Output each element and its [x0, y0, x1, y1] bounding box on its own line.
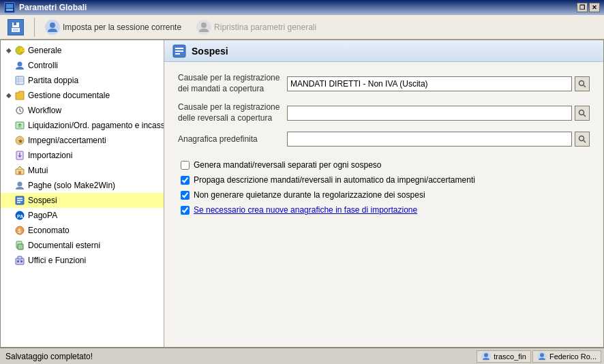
input-anagrafica-predefinita[interactable] — [287, 132, 572, 147]
window-title: Parametri Globali — [19, 3, 87, 12]
svg-line-39 — [584, 85, 586, 87]
sidebar-item-uffici-funzioni[interactable]: Uffici e Funzioni — [1, 253, 164, 268]
sidebar-item-label-paghe: Paghe (solo Make2Win) — [28, 179, 115, 192]
main-layout: ◆ 🔑 Generale Controlli — [0, 40, 604, 348]
sidebar-item-impegni[interactable]: ★ Impegni/accertamenti — [1, 133, 164, 148]
field-causale-reversali: Causale per la registrazionedelle revers… — [178, 102, 590, 123]
right-panel: Sospesi Causale per la registrazionedei … — [164, 40, 603, 347]
generale-icon: 🔑 — [14, 45, 25, 56]
input-wrap-causale-mandati — [287, 76, 590, 91]
svg-text:$: $ — [18, 228, 21, 234]
sidebar-item-label-controlli: Controlli — [28, 59, 58, 72]
sidebar-item-label-liquidazioni: Liquidazioni/Ord. pagamento e incasso — [28, 119, 164, 132]
impegni-icon: ★ — [14, 135, 25, 146]
user-icon — [45, 20, 60, 35]
save-icon — [7, 19, 24, 35]
restore-user-icon — [196, 20, 211, 35]
label-propaga-descrizione[interactable]: Propaga descrizione mandati/reversali in… — [194, 175, 475, 185]
svg-point-45 — [540, 353, 544, 357]
panel-header: Sospesi — [164, 40, 603, 62]
economato-icon: $ — [14, 225, 25, 236]
panel-header-icon — [172, 44, 186, 58]
status-bar: Salvataggio completato! trasco_fin Feder… — [0, 348, 604, 364]
restore-params-button[interactable]: Ripristina parametri generali — [192, 17, 321, 37]
checkbox-se-necessario[interactable] — [181, 206, 190, 215]
sidebar-item-controlli[interactable]: Controlli — [1, 58, 164, 73]
sidebar: ◆ 🔑 Generale Controlli — [1, 40, 164, 347]
close-button[interactable]: ✕ — [589, 3, 600, 12]
sidebar-item-sospesi[interactable]: Sospesi — [1, 193, 164, 208]
label-se-necessario[interactable]: Se necessario crea nuove anagrafiche in … — [194, 205, 417, 215]
svg-text:🔑: 🔑 — [18, 47, 25, 55]
set-session-button[interactable]: Imposta per la sessione corrente — [40, 17, 186, 37]
browse-btn-causale-mandati[interactable] — [575, 76, 590, 91]
label-non-generare[interactable]: Non generare quietanze durante la regola… — [194, 190, 425, 200]
status-message: Salvataggio completato! — [3, 352, 93, 361]
sidebar-item-importazioni[interactable]: Importazioni — [1, 148, 164, 163]
sidebar-item-label-generale: Generale — [28, 44, 61, 57]
workflow-icon — [14, 105, 25, 116]
sidebar-item-pagopa[interactable]: PA PagoPA — [1, 208, 164, 223]
svg-rect-36 — [20, 260, 22, 262]
sidebar-item-label-impegni: Impegni/accertamenti — [28, 134, 106, 147]
status-user1-icon — [481, 352, 491, 361]
svg-line-43 — [584, 140, 586, 142]
app-icon — [4, 2, 15, 13]
label-genera-mandati[interactable]: Genera mandati/reversali separati per og… — [194, 160, 381, 170]
sidebar-item-label-mutui: Mutui — [28, 164, 48, 177]
gestione-icon — [14, 90, 25, 101]
mutui-icon — [14, 165, 25, 176]
panel-title: Sospesi — [192, 46, 228, 57]
svg-rect-35 — [17, 260, 19, 262]
sidebar-item-mutui[interactable]: Mutui — [1, 163, 164, 178]
sidebar-item-label-economato: Economato — [28, 224, 70, 237]
status-user2-badge[interactable]: Federico Ro... — [532, 350, 601, 363]
sidebar-item-liquidazioni[interactable]: Liquidazioni/Ord. pagamento e incasso — [1, 118, 164, 133]
svg-rect-5 — [14, 22, 16, 25]
sidebar-item-paghe[interactable]: Paghe (solo Make2Win) — [1, 178, 164, 193]
window-controls: ❐ ✕ — [577, 3, 600, 12]
status-right: trasco_fin Federico Ro... — [477, 350, 601, 363]
sidebar-item-documentali-esterni[interactable]: Documentali esterni — [1, 238, 164, 253]
sidebar-item-gestione-documentale[interactable]: ◆ Gestione documentale — [1, 88, 164, 103]
svg-rect-13 — [16, 76, 24, 85]
save-button[interactable] — [3, 16, 29, 38]
svg-rect-7 — [13, 29, 18, 31]
sidebar-item-label-sospesi: Sospesi — [28, 194, 57, 207]
checkbox-group-genera-mandati: Genera mandati/reversali separati per og… — [178, 160, 590, 170]
browse-btn-causale-reversali[interactable] — [575, 106, 590, 121]
browse-btn-anagrafica[interactable] — [575, 132, 590, 147]
sidebar-item-workflow[interactable]: Workflow — [1, 103, 164, 118]
sidebar-item-partita-doppia[interactable]: Partita doppia — [1, 73, 164, 88]
input-causale-mandati[interactable] — [287, 76, 572, 91]
importazioni-icon — [14, 150, 25, 161]
toolbar: Imposta per la sessione corrente Riprist… — [0, 15, 604, 40]
restore-button[interactable]: ❐ — [577, 3, 588, 12]
svg-point-8 — [50, 22, 55, 28]
input-causale-reversali[interactable] — [287, 106, 572, 121]
svg-text:PA: PA — [17, 214, 23, 219]
title-bar: Parametri Globali ❐ ✕ — [0, 0, 604, 15]
sidebar-item-label-gestione: Gestione documentale — [28, 89, 110, 102]
expander-generale: ◆ — [3, 45, 14, 56]
input-wrap-causale-reversali — [287, 106, 590, 121]
sospesi-icon — [14, 195, 25, 206]
sidebar-item-generale[interactable]: ◆ 🔑 Generale — [1, 43, 164, 58]
sidebar-item-economato[interactable]: $ Economato — [1, 223, 164, 238]
sidebar-item-label-uffici-funzioni: Uffici e Funzioni — [28, 254, 86, 267]
svg-point-38 — [579, 80, 584, 85]
label-causale-reversali: Causale per la registrazionedelle revers… — [178, 102, 287, 123]
checkbox-group-non-generare: Non generare quietanze durante la regola… — [178, 190, 590, 200]
sidebar-item-label-importazioni: Importazioni — [28, 149, 72, 162]
sidebar-item-label-partita-doppia: Partita doppia — [28, 74, 78, 87]
checkbox-genera-mandati[interactable] — [181, 161, 190, 170]
svg-point-40 — [579, 110, 584, 115]
status-user1-label: trasco_fin — [494, 352, 526, 361]
svg-point-9 — [201, 22, 207, 28]
checkbox-propaga-descrizione[interactable] — [181, 176, 190, 185]
sidebar-item-label-pagopa: PagoPA — [28, 209, 57, 222]
svg-rect-24 — [18, 171, 21, 175]
checkbox-group-se-necessario: Se necessario crea nuove anagrafiche in … — [178, 205, 590, 215]
checkbox-non-generare[interactable] — [181, 191, 190, 200]
status-user1-badge[interactable]: trasco_fin — [477, 350, 531, 363]
